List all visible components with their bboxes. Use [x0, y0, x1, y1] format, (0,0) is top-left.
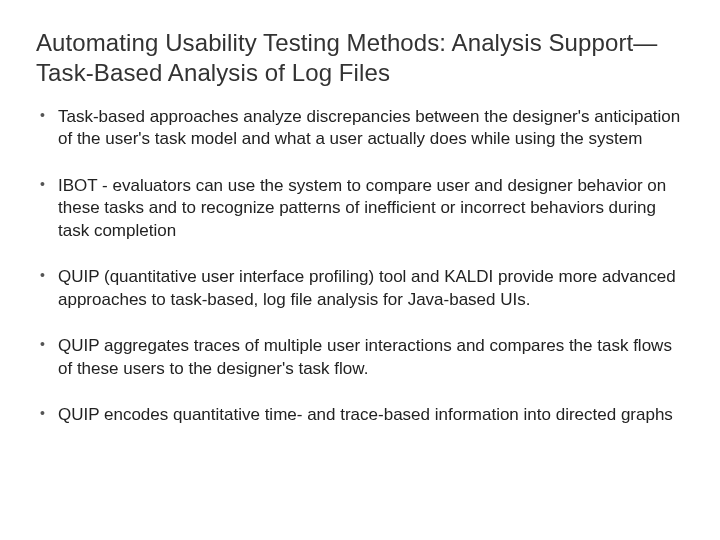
slide-title: Automating Usability Testing Methods: An… — [36, 28, 684, 88]
slide: Automating Usability Testing Methods: An… — [0, 0, 720, 540]
list-item: QUIP aggregates traces of multiple user … — [36, 335, 684, 380]
list-item: Task-based approaches analyze discrepanc… — [36, 106, 684, 151]
list-item: IBOT - evaluators can use the system to … — [36, 175, 684, 242]
list-item: QUIP (quantitative user interface profil… — [36, 266, 684, 311]
bullet-list: Task-based approaches analyze discrepanc… — [36, 106, 684, 426]
list-item: QUIP encodes quantitative time- and trac… — [36, 404, 684, 426]
